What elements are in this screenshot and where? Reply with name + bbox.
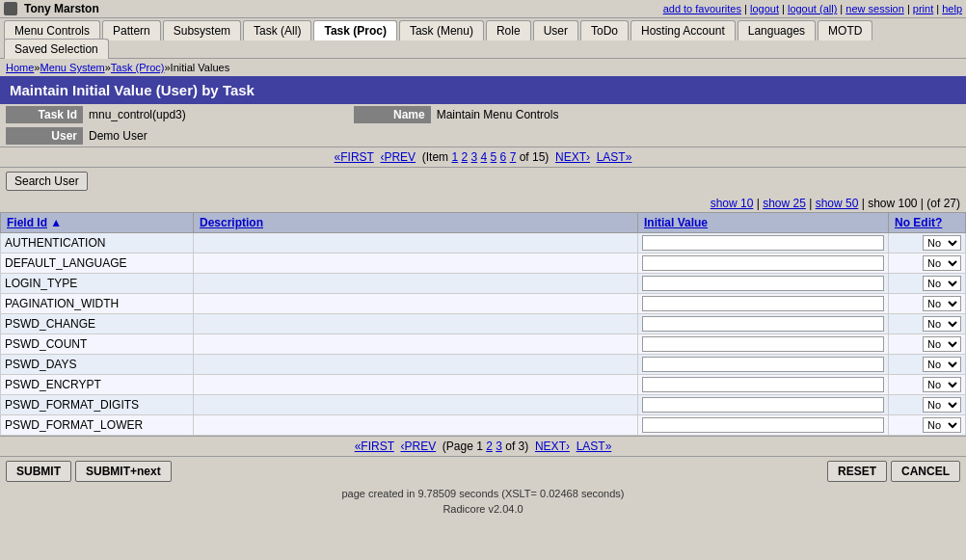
tab-hosting-account[interactable]: Hosting Account [631, 20, 736, 40]
initial-value-input[interactable] [642, 357, 884, 372]
initial-value-cell[interactable] [638, 395, 889, 415]
no-edit-header[interactable]: No Edit? [889, 213, 966, 233]
page-3-bottom[interactable]: 3 [496, 440, 502, 453]
no-edit-cell[interactable]: NoYes [889, 375, 966, 395]
prev-link-top[interactable]: ‹PREV [380, 150, 416, 164]
initial-value-input[interactable] [642, 417, 884, 433]
no-edit-cell[interactable]: NoYes [889, 355, 966, 375]
initial-value-cell[interactable] [638, 253, 889, 274]
no-edit-select[interactable]: NoYes [923, 417, 961, 433]
initial-value-input[interactable] [642, 235, 884, 251]
saved-selection-tab[interactable]: Saved Selection [4, 39, 109, 59]
next-link-top[interactable]: NEXT› [555, 150, 590, 164]
page-4-top[interactable]: 4 [481, 150, 488, 164]
last-link-top[interactable]: LAST» [597, 150, 632, 164]
submit-next-button[interactable]: SUBMIT+next [75, 461, 172, 482]
prev-link-bottom[interactable]: ‹PREV [400, 440, 436, 453]
no-edit-select[interactable]: NoYes [923, 316, 961, 332]
description-sort-link[interactable]: Description [200, 216, 263, 229]
tab-user[interactable]: User [533, 20, 578, 40]
initial-value-cell[interactable] [638, 274, 889, 294]
show-10-link[interactable]: show 10 [711, 197, 754, 210]
initial-value-input[interactable] [642, 255, 884, 271]
search-bar: Search User [0, 168, 966, 195]
no-edit-cell[interactable]: NoYes [889, 233, 966, 253]
tab-todo[interactable]: ToDo [580, 20, 629, 40]
initial-value-cell[interactable] [638, 375, 889, 395]
initial-value-input[interactable] [642, 296, 884, 311]
help-link[interactable]: help [942, 3, 962, 14]
page-2-top[interactable]: 2 [461, 150, 468, 164]
initial-value-input[interactable] [642, 377, 884, 392]
search-user-button[interactable]: Search User [6, 172, 88, 191]
no-edit-wrapper: NoYes [893, 377, 961, 392]
initial-value-input[interactable] [642, 397, 884, 413]
description-header[interactable]: Description [194, 213, 638, 233]
action-buttons-right: RESET CANCEL [827, 461, 960, 482]
show-25-link[interactable]: show 25 [763, 197, 806, 210]
no-edit-select[interactable]: NoYes [923, 336, 961, 352]
print-link[interactable]: print [913, 3, 933, 14]
initial-value-cell[interactable] [638, 314, 889, 334]
initial-value-input[interactable] [642, 276, 884, 291]
new-session-link[interactable]: new session [845, 3, 904, 14]
first-link-bottom[interactable]: «FIRST [355, 440, 394, 453]
initial-value-cell[interactable] [638, 355, 889, 375]
initial-value-header[interactable]: Initial Value [638, 213, 889, 233]
tab-task-all[interactable]: Task (All) [243, 20, 311, 40]
next-link-bottom[interactable]: NEXT› [535, 440, 570, 453]
tab-pattern[interactable]: Pattern [102, 20, 161, 40]
tab-menu-controls[interactable]: Menu Controls [4, 20, 100, 40]
field-id-sort-link[interactable]: Field Id [7, 216, 47, 229]
last-link-bottom[interactable]: LAST» [577, 440, 612, 453]
breadcrumb-task-proc[interactable]: Task (Proc) [111, 62, 165, 73]
no-edit-select[interactable]: NoYes [923, 357, 961, 372]
no-edit-cell[interactable]: NoYes [889, 314, 966, 334]
submit-button[interactable]: SUBMIT [6, 461, 71, 482]
no-edit-select[interactable]: NoYes [923, 235, 961, 251]
field-id-header[interactable]: Field Id ▲ [1, 213, 194, 233]
breadcrumb-home[interactable]: Home [6, 62, 34, 73]
no-edit-select[interactable]: NoYes [923, 397, 961, 413]
page-5-top[interactable]: 5 [491, 150, 497, 164]
initial-value-cell[interactable] [638, 294, 889, 314]
no-edit-select[interactable]: NoYes [923, 255, 961, 271]
no-edit-sort-link[interactable]: No Edit? [895, 216, 942, 229]
first-link-top[interactable]: «FIRST [335, 150, 374, 164]
tab-task-proc[interactable]: Task (Proc) [313, 20, 396, 40]
breadcrumb-menu-system[interactable]: Menu System [40, 62, 104, 73]
initial-value-cell[interactable] [638, 415, 889, 436]
initial-value-cell[interactable] [638, 233, 889, 253]
logout-all-link[interactable]: logout (all) [788, 3, 837, 14]
initial-value-input[interactable] [642, 336, 884, 352]
no-edit-cell[interactable]: NoYes [889, 274, 966, 294]
cancel-button[interactable]: CANCEL [891, 461, 960, 482]
field-id-cell: PSWD_ENCRYPT [1, 375, 194, 395]
no-edit-cell[interactable]: NoYes [889, 334, 966, 355]
no-edit-cell[interactable]: NoYes [889, 395, 966, 415]
no-edit-cell[interactable]: NoYes [889, 294, 966, 314]
show-50-link[interactable]: show 50 [816, 197, 859, 210]
page-2-bottom[interactable]: 2 [486, 440, 493, 453]
no-edit-select[interactable]: NoYes [923, 296, 961, 311]
tab-role[interactable]: Role [486, 20, 531, 40]
no-edit-cell[interactable]: NoYes [889, 253, 966, 274]
tab-subsystem[interactable]: Subsystem [163, 20, 241, 40]
tab-languages[interactable]: Languages [738, 20, 816, 40]
logout-link[interactable]: logout [750, 3, 779, 14]
add-to-favourites-link[interactable]: add to favourites [663, 3, 741, 14]
page-1-top[interactable]: 1 [451, 150, 458, 164]
initial-value-sort-link[interactable]: Initial Value [644, 216, 708, 229]
user-label: User [6, 127, 83, 145]
no-edit-cell[interactable]: NoYes [889, 415, 966, 436]
no-edit-select[interactable]: NoYes [923, 276, 961, 291]
page-6-top[interactable]: 6 [500, 150, 507, 164]
tab-motd[interactable]: MOTD [818, 20, 872, 40]
tab-task-menu[interactable]: Task (Menu) [399, 20, 484, 40]
no-edit-select[interactable]: NoYes [923, 377, 961, 392]
reset-button[interactable]: RESET [827, 461, 887, 482]
page-3-top[interactable]: 3 [471, 150, 478, 164]
nav-tabs: Menu Controls Pattern Subsystem Task (Al… [0, 18, 966, 40]
initial-value-input[interactable] [642, 316, 884, 332]
initial-value-cell[interactable] [638, 334, 889, 355]
